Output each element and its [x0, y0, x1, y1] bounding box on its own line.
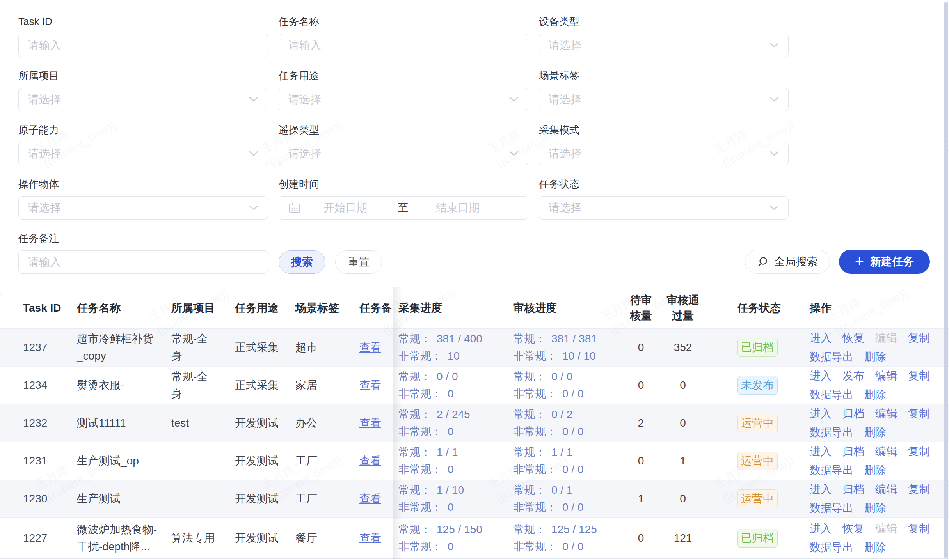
task-status-select[interactable]: 请选择: [539, 196, 789, 220]
enter-link[interactable]: 进入: [810, 520, 832, 537]
view-remark-link[interactable]: 查看: [359, 341, 381, 353]
table-row: 1227 微波炉加热食物-干扰-depth降... 算法专用 开发测试 餐厅 查…: [0, 518, 949, 559]
operate-object-select[interactable]: 请选择: [18, 196, 268, 220]
task-remark-input[interactable]: [18, 250, 268, 274]
task-purpose-select[interactable]: 请选择: [279, 88, 528, 111]
chevron-down-icon: [249, 97, 258, 102]
copy-link[interactable]: 复制: [908, 330, 930, 347]
new-task-button[interactable]: + 新建任务: [839, 250, 930, 274]
collect-mode-select[interactable]: 请选择: [539, 142, 789, 165]
copy-link[interactable]: 复制: [908, 520, 930, 537]
delete-link[interactable]: 删除: [864, 500, 886, 517]
copy-link[interactable]: 复制: [908, 443, 930, 460]
irregular-value: 10 / 10: [562, 350, 596, 362]
edit-link[interactable]: 编辑: [875, 481, 897, 498]
view-remark-link[interactable]: 查看: [359, 455, 381, 467]
delete-link[interactable]: 删除: [864, 424, 886, 441]
reset-button[interactable]: 重置: [335, 250, 382, 274]
view-remark-link[interactable]: 查看: [359, 493, 381, 505]
new-task-label: 新建任务: [870, 254, 914, 269]
filter-field-scene-tag: 场景标签 请选择: [539, 69, 789, 111]
col-header-purpose: 任务用途: [235, 300, 295, 316]
irregular-value: 0: [448, 425, 454, 438]
chevron-down-icon: [770, 205, 779, 211]
scene-cell: 工厂: [295, 453, 359, 469]
edit-link[interactable]: 编辑: [875, 405, 897, 422]
copy-link[interactable]: 复制: [908, 405, 930, 422]
filter-label: 采集模式: [539, 123, 789, 136]
search-button[interactable]: 搜索: [279, 250, 325, 274]
chevron-down-icon: [770, 97, 779, 102]
teleop-type-select[interactable]: 请选择: [279, 142, 528, 165]
irregular-value: 0 / 0: [562, 463, 583, 475]
view-remark-link[interactable]: 查看: [359, 417, 381, 429]
task-name-cell: 超市冷鲜柜补货_copy: [77, 330, 171, 365]
status-cell: 已归档: [706, 338, 796, 357]
delete-link[interactable]: 删除: [864, 348, 886, 365]
select-placeholder: 请选择: [549, 200, 581, 215]
task-id-cell: 1234: [0, 377, 77, 393]
vertical-scrollbar[interactable]: [944, 2, 948, 558]
edit-link[interactable]: 编辑: [875, 443, 897, 460]
task-id-input[interactable]: [18, 34, 268, 57]
export-link[interactable]: 数据导出: [810, 386, 853, 403]
restore-link[interactable]: 恢复: [842, 330, 864, 347]
global-search-button[interactable]: 全局搜索: [745, 250, 830, 274]
enter-link[interactable]: 进入: [810, 481, 832, 498]
delete-link[interactable]: 删除: [864, 539, 886, 556]
view-remark-link[interactable]: 查看: [359, 532, 381, 544]
archive-link[interactable]: 归档: [842, 405, 864, 422]
archive-link[interactable]: 归档: [842, 443, 864, 460]
delete-link[interactable]: 删除: [864, 462, 886, 479]
task-name-cell: 熨烫衣服-: [77, 377, 171, 394]
enter-link[interactable]: 进入: [810, 367, 832, 385]
chevron-down-icon: [509, 97, 519, 102]
select-placeholder: 请选择: [288, 92, 321, 107]
view-remark-link[interactable]: 查看: [359, 379, 381, 391]
filter-field-operate-object: 操作物体 请选择: [18, 177, 268, 220]
edit-link[interactable]: 编辑: [875, 367, 897, 385]
device-type-select[interactable]: 请选择: [539, 34, 789, 57]
atomic-ability-select[interactable]: 请选择: [18, 142, 268, 165]
edit-link: 编辑: [875, 520, 897, 537]
collect-progress-cell: 常规：1 / 10 非常规：0: [392, 482, 513, 516]
create-time-range-picker[interactable]: 开始日期 至 结束日期: [279, 196, 528, 220]
table-row: 1232 测试11111 test 开发测试 办公 查看 常规：2 / 245 …: [0, 404, 949, 442]
chevron-down-icon: [770, 151, 779, 156]
project-select[interactable]: 请选择: [18, 88, 268, 111]
enter-link[interactable]: 进入: [810, 330, 832, 347]
remark-cell: 查看: [359, 415, 392, 431]
filter-grid: Task ID 任务名称 设备类型 请选择 所属项目 请选择: [18, 15, 930, 220]
irregular-value: 0 / 0: [562, 388, 583, 400]
filter-field-task-id: Task ID: [18, 15, 268, 57]
regular-label: 常规：: [398, 523, 431, 535]
export-link[interactable]: 数据导出: [810, 424, 853, 441]
filter-label: Task ID: [18, 15, 268, 28]
irregular-label: 非常规：: [398, 501, 442, 513]
filter-label: 遥操类型: [279, 123, 528, 136]
actions-cell: 进入 归档 编辑 复制 数据导出 删除: [796, 443, 931, 479]
enter-link[interactable]: 进入: [810, 443, 832, 460]
scene-cell: 工厂: [295, 491, 359, 507]
archive-link[interactable]: 归档: [842, 481, 864, 498]
enter-link[interactable]: 进入: [810, 405, 832, 422]
purpose-cell: 开发测试: [235, 530, 295, 546]
copy-link[interactable]: 复制: [908, 481, 930, 498]
delete-link[interactable]: 删除: [864, 386, 886, 403]
task-name-input[interactable]: [279, 34, 528, 57]
col-header-review: 审核进度: [513, 300, 622, 316]
actions-cell: 进入 恢复 编辑 复制 数据导出 删除: [796, 520, 931, 556]
project-cell: 常规-全身: [171, 330, 235, 365]
export-link[interactable]: 数据导出: [810, 462, 853, 479]
restore-link[interactable]: 恢复: [842, 520, 864, 537]
publish-link[interactable]: 发布: [842, 367, 864, 385]
export-link[interactable]: 数据导出: [810, 539, 853, 556]
scene-tag-select[interactable]: 请选择: [539, 88, 789, 111]
regular-value: 1 / 1: [437, 446, 458, 458]
copy-link[interactable]: 复制: [908, 367, 930, 385]
export-link[interactable]: 数据导出: [810, 500, 853, 517]
purpose-cell: 正式采集: [235, 340, 295, 355]
calendar-icon: [288, 202, 301, 214]
project-cell: 算法专用: [171, 530, 235, 547]
export-link[interactable]: 数据导出: [810, 348, 853, 365]
